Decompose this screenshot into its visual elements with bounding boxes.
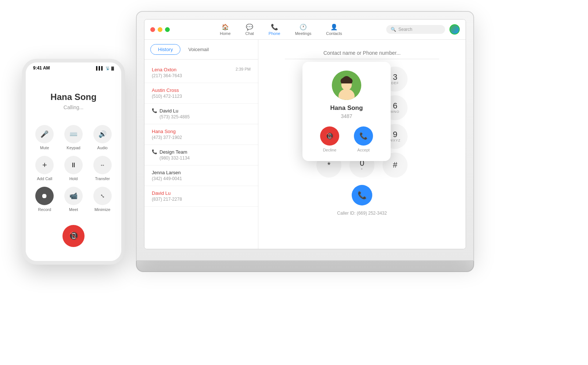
laptop-base bbox=[136, 261, 474, 272]
add-call-label: Add Call bbox=[37, 176, 53, 181]
key-letters: MNO bbox=[391, 110, 399, 114]
minimize-button[interactable]: ⤡ bbox=[93, 187, 112, 205]
dial-call-button[interactable]: 📞 bbox=[352, 185, 372, 205]
tab-meetings-label: Meetings bbox=[295, 31, 312, 36]
sidebar-tabs: History Voicemail bbox=[144, 40, 258, 60]
mute-button[interactable]: 🎤 bbox=[35, 125, 54, 143]
decline-label: Decline bbox=[323, 148, 337, 152]
call-time: 2:39 PM bbox=[236, 67, 251, 71]
add-call-control: + Add Call bbox=[33, 156, 56, 181]
audio-button[interactable]: 🔊 bbox=[93, 125, 112, 143]
key-letters: WXYZ bbox=[390, 139, 401, 142]
caller-number: (217) 364-7643 bbox=[152, 73, 182, 78]
caller-name: Jenna Larsen bbox=[152, 170, 182, 175]
tab-contacts-label: Contacts bbox=[326, 31, 342, 36]
call-item-david-lu-1[interactable]: 📞 David Lu (573) 325-4885 bbox=[144, 104, 258, 124]
record-button[interactable]: ⏺ bbox=[35, 187, 54, 205]
mute-label: Mute bbox=[40, 146, 49, 150]
phone-screen: Hana Song Calling... 🎤 Mute ⌨️ Keypad 🔊 … bbox=[26, 74, 121, 261]
phone-time: 9:41 AM bbox=[33, 65, 50, 71]
contacts-icon: 👤 bbox=[330, 24, 338, 31]
accept-button[interactable]: 📞 bbox=[354, 126, 373, 146]
hold-control: ⏸ Hold bbox=[62, 156, 85, 181]
key-letters: DEF bbox=[391, 81, 399, 85]
tab-history[interactable]: History bbox=[150, 44, 180, 55]
main-dialer-area: 1 2 ABC 3 DEF bbox=[258, 40, 466, 249]
dial-input[interactable] bbox=[285, 47, 439, 59]
call-action-buttons: 📵 Decline 📞 Accept bbox=[320, 126, 373, 152]
tab-voicemail[interactable]: Voicemail bbox=[180, 44, 216, 55]
phone-status-icons: ▌▌▌ 📡 ▓ bbox=[96, 66, 114, 70]
key-letters: + bbox=[361, 167, 363, 171]
call-item-david-lu-2[interactable]: David Lu (837) 217-2278 bbox=[144, 186, 258, 207]
transfer-button[interactable]: ↔️ bbox=[93, 156, 112, 174]
search-bar[interactable]: 🔍 Search bbox=[386, 25, 445, 34]
audio-control: 🔊 Audio bbox=[91, 125, 114, 150]
minimize-button-mac[interactable] bbox=[158, 27, 162, 32]
caller-name: David Lu bbox=[159, 108, 190, 114]
call-item-hana[interactable]: Hana Song (473) 377-1902 bbox=[144, 124, 258, 145]
close-button[interactable] bbox=[150, 27, 155, 32]
call-item-austin[interactable]: Austin Cross (510) 472-1123 bbox=[144, 83, 258, 104]
battery-icon: ▓ bbox=[111, 66, 114, 70]
key-number: 9 bbox=[393, 130, 397, 139]
call-item-lena[interactable]: Lena Oxton (217) 364-7643 2:39 PM bbox=[144, 62, 258, 83]
caller-number: (837) 217-2278 bbox=[152, 197, 182, 202]
search-placeholder: Search bbox=[398, 27, 412, 32]
minimize-label: Minimize bbox=[94, 207, 110, 212]
meet-button[interactable]: 📹 bbox=[64, 187, 83, 205]
caller-name: Hana Song bbox=[152, 129, 182, 134]
caller-name: Design Team bbox=[159, 149, 190, 155]
call-item-jenna[interactable]: Jenna Larsen (342) 449-0041 bbox=[144, 165, 258, 186]
caller-number: (473) 377-1902 bbox=[152, 135, 182, 140]
search-icon: 🔍 bbox=[391, 27, 396, 32]
laptop-screen: 🏠 Home 💬 Chat 📞 Phone 🕐 bbox=[144, 19, 466, 249]
user-avatar[interactable] bbox=[449, 24, 460, 35]
keypad-label: Keypad bbox=[67, 146, 80, 150]
keypad-button[interactable]: ⌨️ bbox=[64, 125, 83, 143]
tab-chat-label: Chat bbox=[245, 31, 254, 36]
key-number: 3 bbox=[393, 73, 397, 81]
meet-label: Meet bbox=[69, 207, 78, 212]
laptop: 🏠 Home 💬 Chat 📞 Phone 🕐 bbox=[136, 11, 474, 276]
key-number: 6 bbox=[393, 102, 397, 110]
tab-home-label: Home bbox=[220, 31, 230, 36]
scene: 9:41 AM ▌▌▌ 📡 ▓ Hana Song Calling... 🎤 M… bbox=[0, 0, 588, 365]
phone-icon: 📞 bbox=[271, 24, 278, 31]
incoming-call-overlay: Hana Song 3487 📵 Decline 📞 Accept bbox=[302, 62, 391, 161]
wifi-icon: 📡 bbox=[105, 66, 110, 70]
record-label: Record bbox=[38, 207, 51, 212]
add-call-button[interactable]: + bbox=[35, 156, 54, 174]
home-icon: 🏠 bbox=[222, 24, 229, 31]
tab-home[interactable]: 🏠 Home bbox=[213, 22, 237, 37]
tab-meetings[interactable]: 🕐 Meetings bbox=[288, 22, 318, 37]
caller-id-display: Caller ID: (669) 252-3432 bbox=[337, 211, 387, 216]
call-item-design-team[interactable]: 📞 Design Team (980) 332-1134 bbox=[144, 145, 258, 165]
audio-label: Audio bbox=[97, 146, 108, 150]
caller-name: Lena Oxton bbox=[152, 67, 182, 72]
signal-icon: ▌▌▌ bbox=[96, 66, 104, 70]
app-header: 🏠 Home 💬 Chat 📞 Phone 🕐 bbox=[144, 19, 466, 40]
meet-control: 📹 Meet bbox=[62, 187, 85, 212]
key-number: * bbox=[327, 161, 331, 169]
accept-label: Accept bbox=[357, 148, 370, 152]
accept-col: 📞 Accept bbox=[354, 126, 373, 152]
tab-phone[interactable]: 📞 Phone bbox=[262, 22, 287, 37]
app-content: History Voicemail Lena Oxton (217) 364-7… bbox=[144, 40, 466, 249]
nav-tabs: 🏠 Home 💬 Chat 📞 Phone 🕐 bbox=[176, 22, 386, 37]
tab-chat[interactable]: 💬 Chat bbox=[239, 22, 261, 37]
mobile-phone: 9:41 AM ▌▌▌ 📡 ▓ Hana Song Calling... 🎤 M… bbox=[22, 59, 125, 265]
maximize-button[interactable] bbox=[165, 27, 170, 32]
mobile-call-status: Calling... bbox=[64, 104, 83, 110]
mobile-caller-name: Hana Song bbox=[50, 92, 96, 102]
call-type-icon: 📞 bbox=[152, 149, 157, 154]
caller-name: Austin Cross bbox=[152, 87, 182, 93]
mobile-controls: 🎤 Mute ⌨️ Keypad 🔊 Audio + Add Call ⏸ bbox=[33, 125, 114, 212]
caller-number: (980) 332-1134 bbox=[159, 155, 190, 161]
traffic-lights bbox=[150, 27, 170, 32]
decline-button[interactable]: 📵 bbox=[320, 126, 339, 146]
end-call-button[interactable]: 📵 bbox=[62, 225, 85, 247]
transfer-control: ↔️ Transfer bbox=[91, 156, 114, 181]
hold-button[interactable]: ⏸ bbox=[64, 156, 83, 174]
tab-contacts[interactable]: 👤 Contacts bbox=[319, 22, 348, 37]
